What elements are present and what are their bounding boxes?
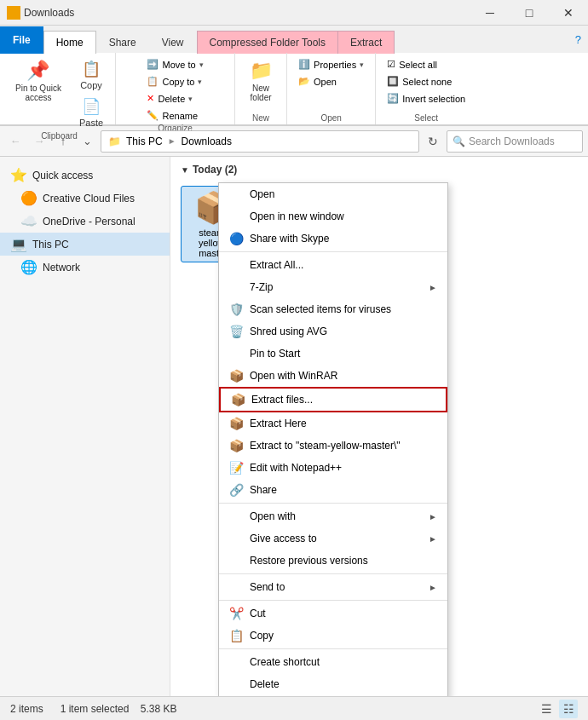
cm-open-new-window-icon: [229, 210, 243, 223]
sidebar-item-quick-access[interactable]: ⭐ Quick access: [0, 164, 170, 187]
cm-extract-files-icon: 📦: [231, 393, 245, 406]
cm-send-to-arrow: ►: [429, 583, 437, 592]
back-button[interactable]: ←: [5, 131, 26, 152]
path-thispc: This PC: [126, 135, 163, 147]
tab-view[interactable]: View: [149, 31, 197, 54]
forward-button[interactable]: →: [29, 131, 49, 152]
cm-extract-files[interactable]: 📦 Extract files...: [219, 387, 447, 412]
cm-send-to[interactable]: Send to ►: [219, 576, 447, 598]
rename-button[interactable]: ✏️ Rename: [142, 107, 202, 124]
close-button[interactable]: ✕: [549, 0, 588, 26]
tab-file[interactable]: File: [0, 26, 43, 54]
cm-restore-prev[interactable]: Restore previous versions: [219, 550, 447, 572]
cm-restore-label: Restore previous versions: [250, 555, 437, 567]
pin-to-quick-access-button[interactable]: 📌 Pin to Quickaccess: [10, 56, 66, 106]
paste-button[interactable]: 📄 Paste: [74, 94, 108, 131]
title-bar-left: Downloads: [7, 6, 74, 20]
select-all-button[interactable]: ☑ Select all: [383, 56, 441, 72]
ribbon-open-inner: ℹ️ Properties ▾ 📂 Open: [294, 56, 368, 113]
cm-extract-here[interactable]: 📦 Extract Here: [219, 412, 447, 435]
cm-extract-to[interactable]: 📦 Extract to "steam-yellow-master\": [219, 435, 447, 457]
cm-7zip[interactable]: 7-Zip ►: [219, 276, 447, 298]
cm-scan-virus[interactable]: 🛡️ Scan selected items for viruses: [219, 298, 447, 320]
open-icon: 📂: [298, 76, 310, 87]
select-all-icon: ☑: [387, 59, 395, 70]
recent-locations-button[interactable]: ⌄: [77, 131, 97, 152]
cm-open[interactable]: Open: [219, 183, 447, 205]
up-button[interactable]: ↑: [53, 131, 73, 152]
tab-share[interactable]: Share: [96, 31, 149, 54]
delete-label: Delete: [158, 94, 185, 104]
cm-create-shortcut[interactable]: Create shortcut: [219, 651, 447, 673]
select-none-button[interactable]: 🔲 Select none: [383, 73, 456, 89]
sidebar-item-this-pc-label: This PC: [32, 239, 69, 251]
cm-copy[interactable]: 📋 Copy: [219, 625, 447, 647]
open-button[interactable]: 📂 Open: [294, 73, 341, 89]
cm-give-access[interactable]: Give access to ►: [219, 527, 447, 550]
cm-open-with-icon: [229, 510, 243, 523]
cm-edit-notepad[interactable]: 📝 Edit with Notepad++: [219, 457, 447, 479]
move-to-button[interactable]: ➡️ Move to ▾: [142, 56, 207, 72]
cm-shred-avg[interactable]: 🗑️ Shred using AVG: [219, 320, 447, 343]
copy-button[interactable]: 📋 Copy: [74, 56, 108, 94]
cm-pin-start[interactable]: Pin to Start: [219, 343, 447, 365]
cm-send-to-icon: [229, 580, 243, 594]
tab-home[interactable]: Home: [43, 31, 96, 54]
cm-open-winrar[interactable]: 📦 Open with WinRAR: [219, 365, 447, 387]
quick-access-icon: ⭐: [10, 167, 27, 183]
invert-selection-button[interactable]: 🔄 Invert selection: [383, 90, 470, 107]
delete-button[interactable]: ✕ Delete ▾: [142, 90, 197, 107]
cm-share[interactable]: 🔗 Share: [219, 479, 447, 501]
cm-extract-all-icon: [229, 258, 243, 272]
ribbon-group-clipboard: 📌 Pin to Quickaccess 📋 Copy 📄 Paste Clip…: [3, 53, 116, 124]
help-icon[interactable]: ?: [575, 33, 581, 46]
cm-give-access-icon: [229, 532, 243, 545]
tab-extract[interactable]: Compressed Folder Tools: [197, 31, 339, 54]
search-box[interactable]: 🔍 Search Downloads: [447, 130, 583, 153]
cm-shortcut-icon: [229, 655, 243, 669]
cm-delete-icon: [229, 677, 243, 691]
sidebar: ⭐ Quick access 🟠 Creative Cloud Files ☁️…: [0, 157, 170, 696]
minimize-button[interactable]: ─: [470, 0, 510, 26]
cm-send-to-label: Send to: [250, 581, 422, 593]
copy-to-button[interactable]: 📋 Copy to ▾: [142, 73, 206, 89]
cm-open-with[interactable]: Open with ►: [219, 505, 447, 527]
ribbon-group-new: 📁 Newfolder New: [235, 53, 287, 124]
new-folder-button[interactable]: 📁 Newfolder: [242, 56, 280, 106]
copy-to-label: Copy to: [162, 77, 194, 87]
sidebar-item-network-label: Network: [43, 262, 80, 274]
cm-open-new-window[interactable]: Open in new window: [219, 205, 447, 228]
open-label: Open: [320, 113, 341, 124]
delete-icon: ✕: [147, 93, 154, 104]
paste-icon: 📄: [82, 97, 101, 116]
properties-button[interactable]: ℹ️ Properties ▾: [294, 56, 368, 72]
sidebar-item-onedrive[interactable]: ☁️ OneDrive - Personal: [0, 210, 170, 233]
sidebar-item-creative-cloud[interactable]: 🟠 Creative Cloud Files: [0, 187, 170, 210]
cm-rename[interactable]: Rename: [219, 695, 447, 696]
sidebar-item-this-pc[interactable]: 💻 This PC: [0, 233, 170, 256]
cm-notepad-icon: 📝: [229, 461, 243, 475]
cm-share-skype[interactable]: 🔵 Share with Skype: [219, 228, 447, 250]
delete-arrow: ▾: [188, 95, 193, 103]
cm-delete[interactable]: Delete: [219, 673, 447, 695]
ribbon-new-inner: 📁 Newfolder: [242, 56, 280, 113]
ribbon-tabs: File Home Share View Compressed Folder T…: [0, 26, 588, 53]
status-bar: 2 items 1 item selected 5.38 KB ☰ ☷: [0, 696, 588, 720]
maximize-button[interactable]: □: [510, 0, 549, 26]
cm-extract-here-label: Extract Here: [250, 418, 437, 429]
path-folder-icon: 📁: [108, 135, 121, 147]
select-none-label: Select none: [402, 77, 452, 87]
list-view-button[interactable]: ☰: [537, 700, 556, 718]
refresh-button[interactable]: ↻: [423, 131, 443, 152]
cm-sep-1: [219, 251, 447, 252]
onedrive-icon: ☁️: [20, 213, 37, 229]
rename-label: Rename: [162, 111, 198, 121]
cm-cut[interactable]: ✂️ Cut: [219, 602, 447, 625]
address-path[interactable]: 📁 This PC ► Downloads: [101, 130, 419, 153]
copy-label: Copy: [80, 80, 102, 90]
cm-extract-all[interactable]: Extract All...: [219, 254, 447, 276]
cm-share-label: Share: [250, 484, 437, 496]
details-view-button[interactable]: ☷: [559, 700, 578, 718]
tab-extract-sub[interactable]: Extract: [337, 31, 395, 54]
sidebar-item-network[interactable]: 🌐 Network: [0, 256, 170, 279]
